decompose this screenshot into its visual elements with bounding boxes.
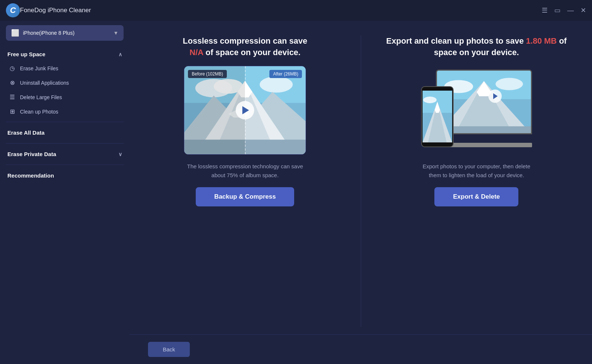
minimize-icon[interactable]: — bbox=[567, 7, 574, 14]
sidebar-divider-2 bbox=[6, 143, 124, 144]
laptop-container bbox=[421, 70, 532, 155]
back-button[interactable]: Back bbox=[148, 342, 190, 357]
sidebar-item-label-large: Delete Large Files bbox=[20, 94, 62, 100]
sidebar-divider-1 bbox=[6, 122, 124, 122]
sidebar-item-recommendation[interactable]: Recommendation bbox=[0, 168, 130, 183]
sidebar-item-label-apps: Uninstall Applications bbox=[20, 80, 69, 86]
backup-compress-button[interactable]: Backup & Compress bbox=[196, 187, 294, 206]
sidebar-divider-3 bbox=[6, 165, 124, 165]
bottom-bar: Back bbox=[130, 334, 592, 364]
export-card: Export and clean up photos to save 1.80 … bbox=[380, 36, 574, 327]
photo-icon: ⊞ bbox=[8, 108, 16, 115]
device-icon: ⬜ bbox=[11, 29, 19, 37]
app-title: FoneDog iPhone Cleaner bbox=[20, 7, 542, 14]
sidebar-section-free-up-space: Free up Space ∧ ◷ Erase Junk Files ⊗ Uni… bbox=[0, 47, 130, 119]
sidebar-item-delete-large[interactable]: ☰ Delete Large Files bbox=[3, 90, 127, 104]
erase-private-data-label: Erase Private Data bbox=[7, 151, 56, 157]
svg-point-21 bbox=[423, 97, 437, 103]
sidebar-item-erase-all-data[interactable]: Erase All Data bbox=[0, 125, 130, 140]
sidebar-item-erase-junk[interactable]: ◷ Erase Junk Files bbox=[3, 61, 127, 75]
menu-icon[interactable]: ☰ bbox=[542, 6, 548, 14]
sidebar-item-label-junk: Erase Junk Files bbox=[20, 65, 58, 71]
main-layout: ⬜ iPhone(iPhone 8 Plus) ▼ Free up Space … bbox=[0, 21, 592, 364]
sidebar-item-clean-photos[interactable]: ⊞ Clean up Photos bbox=[3, 104, 127, 119]
export-description: Export photos to your computer, then del… bbox=[417, 162, 536, 180]
compress-card: Lossless compression can save N/A of spa… bbox=[148, 36, 342, 327]
export-delete-button[interactable]: Export & Delete bbox=[434, 187, 518, 206]
device-label: iPhone(iPhone 8 Plus) bbox=[23, 30, 110, 36]
export-image bbox=[416, 66, 538, 155]
sidebar: ⬜ iPhone(iPhone 8 Plus) ▼ Free up Space … bbox=[0, 21, 130, 364]
close-icon[interactable]: ✕ bbox=[581, 6, 586, 14]
chevron-down-icon-private: ∨ bbox=[118, 151, 122, 157]
window-controls: ☰ ▭ — ✕ bbox=[542, 6, 586, 14]
clock-icon: ◷ bbox=[8, 65, 16, 72]
after-label: After (26MB) bbox=[269, 70, 302, 78]
uninstall-icon: ⊗ bbox=[8, 79, 16, 86]
device-selector[interactable]: ⬜ iPhone(iPhone 8 Plus) ▼ bbox=[6, 25, 124, 41]
compress-headline-part2: of space on your device. bbox=[205, 48, 300, 57]
card-divider bbox=[361, 36, 361, 327]
compress-headline: Lossless compression can save N/A of spa… bbox=[183, 36, 307, 58]
app-logo: C bbox=[6, 3, 20, 17]
export-headline-part1: Export and clean up photos to save bbox=[386, 36, 524, 46]
sidebar-item-label-photos: Clean up Photos bbox=[20, 109, 58, 115]
svg-point-14 bbox=[495, 78, 523, 90]
play-button[interactable] bbox=[236, 101, 254, 119]
recommendation-label: Recommendation bbox=[7, 172, 54, 179]
compress-na-value: N/A bbox=[189, 48, 203, 57]
sidebar-section-header-free-up-space[interactable]: Free up Space ∧ bbox=[3, 47, 127, 61]
content-main: Lossless compression can save N/A of spa… bbox=[130, 21, 592, 334]
export-size-value: 1.80 MB bbox=[526, 36, 557, 46]
chat-icon[interactable]: ▭ bbox=[554, 6, 561, 14]
phone-device bbox=[421, 86, 454, 147]
title-bar: C FoneDog iPhone Cleaner ☰ ▭ — ✕ bbox=[0, 0, 592, 21]
section-header-label: Free up Space bbox=[7, 51, 46, 57]
svg-point-4 bbox=[260, 76, 293, 92]
file-icon: ☰ bbox=[8, 94, 16, 101]
sidebar-item-uninstall-apps[interactable]: ⊗ Uninstall Applications bbox=[3, 75, 127, 90]
erase-all-data-label: Erase All Data bbox=[7, 129, 44, 136]
before-label: Before (102MB) bbox=[188, 70, 227, 78]
phone-screen bbox=[423, 91, 452, 142]
compression-image: Before (102MB) After (26MB) bbox=[184, 66, 306, 155]
compress-headline-part1: Lossless compression can save bbox=[183, 36, 307, 46]
phone-mountain-svg bbox=[423, 91, 452, 142]
compress-description: The lossless compression technology can … bbox=[186, 162, 304, 180]
export-headline: Export and clean up photos to save 1.80 … bbox=[380, 36, 574, 58]
chevron-down-icon: ▼ bbox=[113, 30, 118, 36]
laptop-play-icon[interactable] bbox=[488, 90, 502, 103]
content-area: Lossless compression can save N/A of spa… bbox=[130, 21, 592, 364]
chevron-up-icon: ∧ bbox=[118, 51, 122, 57]
sidebar-item-erase-private-data[interactable]: Erase Private Data ∨ bbox=[0, 146, 130, 162]
